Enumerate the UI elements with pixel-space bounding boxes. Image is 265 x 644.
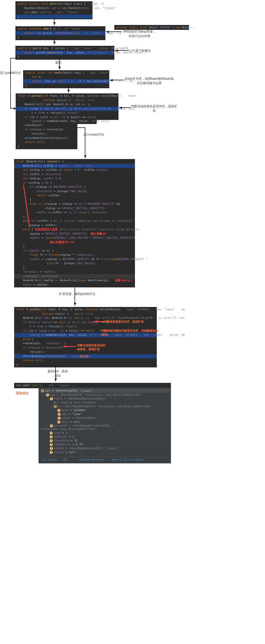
code-add: public boolean add(E e) { e: "java" retu… <box>15 26 105 40</box>
ra3 <box>63 346 76 347</box>
code-resize: final Node<K,V>[] resize() { Node<K,V>[]… <box>14 159 135 287</box>
debug-row-key[interactable]: ›fkey = "java" <box>40 412 170 416</box>
arrow-put <box>115 50 129 51</box>
debug-row-loadfactor[interactable]: floadFactor = 0.75 <box>40 443 170 446</box>
label-return-null: 返回null，添加 成功 <box>48 369 68 378</box>
debug-row-keyset[interactable]: ›fkeySet = {HashMap$KeySet@557} "[java]" <box>40 446 170 450</box>
l-check-empty: 判断表容器是否为空，是则扩容 <box>104 320 144 324</box>
code-hash: static final int hash(Object key) { key:… <box>23 70 109 88</box>
l-empty-method: 空方法 <box>80 355 88 358</box>
debug-row-notnull: Not showing null elements <box>40 401 170 404</box>
l-add-ok: 判断当前计算的下标是否为空，否则赋值添加 成功 <box>102 329 158 337</box>
debug-row-entryset[interactable]: ›fentrySet = {HashMap$EntrySet@556} "[ja… <box>40 424 170 431</box>
btn-set-value[interactable]: Set Value F2 <box>42 458 72 461</box>
label-add-success: 添加成功 <box>16 391 28 395</box>
debug-row-size[interactable]: fsize = 1 <box>40 431 170 435</box>
btn-add-inline-watch[interactable]: Add as Inline Watch <box>112 458 144 461</box>
label-return: 返回 <box>55 60 61 65</box>
debug-row-next[interactable]: fnext = null <box>40 420 170 424</box>
debug-row-values[interactable]: fvalues = null <box>40 450 170 454</box>
arrow-down-1 <box>54 17 54 25</box>
debug-row-value[interactable]: ›fvalue = {Object@555} <box>40 416 170 420</box>
label-enter-resize: 进入resize方法 <box>84 133 104 137</box>
l-threshold: 判断当前添加是否达到 临界值，是则扩容 <box>77 343 105 351</box>
label-present: PRESENT为final常量， 在这只占位作用 <box>123 30 156 38</box>
btn-create-renderer[interactable]: Create Renderer <box>79 458 105 461</box>
debug-row-modcount[interactable]: fmodCount = 1 <box>40 435 170 439</box>
label-hash: 若key不为空，则用hash值和hash值 右位移16做与运算 <box>125 77 174 85</box>
arrow-hash <box>110 80 124 80</box>
debug-row-map[interactable]: ⌄fmap = {HashMap@553} "{java=java.lang.O… <box>40 393 170 397</box>
arrow-present <box>106 31 121 32</box>
code-putval1c: ++modCount; if (++size > threshold) resi… <box>16 123 77 149</box>
debug-row-table[interactable]: ⌄ftable = {HashMap$Node[16]@558} <box>40 397 170 401</box>
arrow-down-4 <box>68 86 69 93</box>
arrow-enter-resize <box>85 127 85 158</box>
label-resize-done: 扩容完成，返回putVal方法 <box>59 292 95 296</box>
code-present: private static final Object PRESENT = ne… <box>114 25 189 30</box>
debug-footer: Set Value F2 Create Renderer Add as Inli… <box>40 457 170 462</box>
debug-panel: ≡set = {HashSet@550} "[java]" ⌄fmap = {H… <box>39 387 171 463</box>
arrow-down-2 <box>54 38 54 45</box>
debug-row-hash[interactable]: fhash = 3254803 <box>40 408 170 412</box>
debug-row-threshold[interactable]: fthreshold = 12 <box>40 439 170 443</box>
label-table-empty: 判断当前的表长是否为空，是则扩 容 <box>131 104 177 113</box>
code-put: public V put(K key, V value) { key: "jav… <box>15 46 114 60</box>
arrow-resize-done <box>75 288 75 306</box>
label-compute-index: 2.计算下标索引 <box>130 49 151 53</box>
code-putval1: final V putVal(int hash, K key, V value,… <box>16 93 118 120</box>
debug-header: ≡set = {HashSet@550} "[java]" <box>40 389 170 393</box>
code-main: public static void main(String[] args) {… <box>15 1 93 19</box>
debug-row-3[interactable]: ⌄≡3 = {HashMap$Node@559} "java=java.lang… <box>40 404 170 408</box>
arrow-putval1 <box>119 107 131 108</box>
ra1 <box>94 321 104 322</box>
